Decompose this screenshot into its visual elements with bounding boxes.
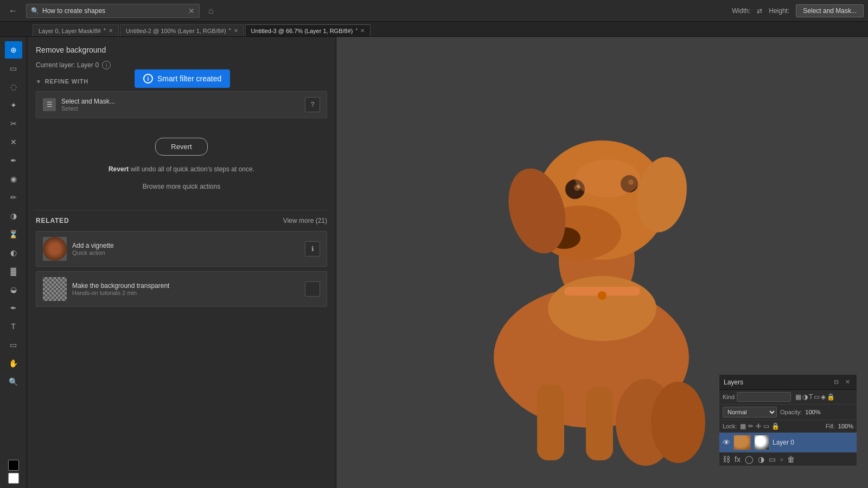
current-layer-info-icon[interactable]: i bbox=[102, 61, 111, 69]
height-label: Height: bbox=[769, 7, 789, 15]
related-card-title: Add a vignette bbox=[72, 242, 299, 249]
layers-panel-close-button[interactable]: ✕ bbox=[843, 377, 852, 387]
object-selection-tool[interactable]: ✦ bbox=[5, 97, 22, 114]
tab-close-icon[interactable]: ✕ bbox=[108, 28, 113, 34]
tab-close-icon[interactable]: ✕ bbox=[360, 28, 365, 34]
layers-panel: Layers ⊟ ✕ Kind ▦ ◑ T ▭ ◈ 🔒 Normal bbox=[719, 374, 857, 466]
lasso-tool[interactable]: ◌ bbox=[5, 78, 22, 95]
related-thumb-vignette bbox=[43, 237, 67, 261]
marquee-tool[interactable]: ▭ bbox=[5, 60, 22, 77]
panel-title: Remove background bbox=[36, 46, 327, 54]
tab-layer0[interactable]: Layer 0, Layer Mask/8# * ✕ bbox=[33, 24, 119, 36]
tab-label: Untitled-2 @ 100% (Layer 1, RGB/8#) bbox=[126, 28, 226, 34]
kind-label: Kind bbox=[723, 394, 735, 400]
related-card-vignette[interactable]: Add a vignette Quick action ℹ bbox=[36, 231, 327, 267]
refine-help-button[interactable]: ? bbox=[305, 97, 320, 112]
pen-tool[interactable]: ✒ bbox=[5, 299, 22, 317]
related-info-button[interactable]: ℹ bbox=[305, 241, 320, 256]
refine-card: ☰ Select and Mask... Select ? bbox=[36, 91, 327, 118]
clear-icon[interactable]: ✕ bbox=[188, 7, 195, 15]
new-adjustment-icon[interactable]: ◑ bbox=[758, 455, 764, 464]
layers-panel-header: Layers ⊟ ✕ bbox=[719, 375, 857, 390]
layers-panel-float-button[interactable]: ⊟ bbox=[832, 377, 841, 387]
related-card-texts-2: Make the background transparent Hands-on… bbox=[72, 282, 299, 296]
related-card-transparent[interactable]: Make the background transparent Hands-on… bbox=[36, 271, 327, 307]
search-input[interactable] bbox=[42, 7, 185, 15]
frame-tool[interactable]: ✕ bbox=[5, 133, 22, 151]
crop-tool[interactable]: ✂ bbox=[5, 115, 22, 132]
layer-filter-pixel-icon[interactable]: ▦ bbox=[795, 393, 801, 401]
layers-lock-row: Lock: ▦ ✏ ✛ ▭ 🔒 Fill: 100% bbox=[719, 420, 857, 433]
lock-label: Lock: bbox=[723, 423, 737, 429]
clone-tool[interactable]: ◑ bbox=[5, 207, 22, 224]
link-layers-icon[interactable]: ⛓ bbox=[723, 455, 730, 464]
layer-filter-type-icon[interactable]: T bbox=[809, 393, 813, 401]
lock-position-icon[interactable]: ✛ bbox=[756, 422, 761, 430]
fx-icon[interactable]: fx bbox=[735, 455, 741, 464]
layer-visibility-icon[interactable]: 👁 bbox=[723, 438, 730, 447]
eyedropper-tool[interactable]: ✒ bbox=[5, 152, 22, 169]
smart-filter-label: Smart filter created bbox=[157, 74, 221, 83]
svg-point-16 bbox=[651, 382, 705, 463]
layer-row[interactable]: 👁 Layer 0 bbox=[719, 433, 857, 452]
layer-filter-shape-icon[interactable]: ▭ bbox=[814, 393, 820, 401]
dodge-tool[interactable]: ◒ bbox=[5, 281, 22, 298]
add-mask-icon[interactable]: ◯ bbox=[745, 455, 754, 464]
main-area: ⊕ ▭ ◌ ✦ ✂ ✕ ✒ ◉ ✏ ◑ ⌛ ◐ ▓ ◒ ✒ T ▭ ✋ 🔍 i … bbox=[0, 37, 868, 488]
transparent-thumbnail-image bbox=[43, 277, 67, 301]
zoom-tool[interactable]: 🔍 bbox=[5, 373, 22, 390]
layer-thumbnail-mask bbox=[754, 435, 769, 450]
search-bar[interactable]: 🔍 ✕ bbox=[26, 4, 200, 18]
eraser-tool[interactable]: ◐ bbox=[5, 244, 22, 261]
back-button[interactable]: ← bbox=[4, 4, 22, 18]
lock-pixels-icon[interactable]: ✏ bbox=[748, 422, 754, 430]
foreground-color[interactable] bbox=[8, 460, 19, 471]
tab-modified-indicator: * bbox=[104, 28, 106, 34]
shape-tool[interactable]: ▭ bbox=[5, 336, 22, 354]
tabs-bar: Layer 0, Layer Mask/8# * ✕ Untitled-2 @ … bbox=[0, 22, 868, 37]
lock-transparency-icon[interactable]: ▦ bbox=[740, 422, 746, 430]
type-tool[interactable]: T bbox=[5, 318, 22, 335]
home-button[interactable]: ⌂ bbox=[208, 6, 214, 16]
layer-thumbnail-main bbox=[733, 435, 751, 450]
refine-card-subtitle: Select bbox=[61, 105, 299, 112]
side-panel: i Smart filter created Remove background… bbox=[27, 37, 336, 488]
spot-heal-tool[interactable]: ◉ bbox=[5, 170, 22, 188]
layers-filter-icons: ▦ ◑ T ▭ ◈ 🔒 bbox=[795, 393, 835, 401]
refine-card-icon: ☰ bbox=[43, 98, 56, 111]
lock-all-icon[interactable]: 🔒 bbox=[771, 422, 780, 430]
canvas-area[interactable]: Layers ⊟ ✕ Kind ▦ ◑ T ▭ ◈ 🔒 Normal bbox=[336, 37, 868, 488]
new-layer-icon[interactable]: ▫ bbox=[780, 455, 783, 464]
browse-quick-actions-link[interactable]: Browse more quick actions bbox=[36, 183, 327, 190]
opacity-label: Opacity: bbox=[780, 409, 802, 415]
view-more-link[interactable]: View more (21) bbox=[283, 217, 327, 224]
tab-close-icon[interactable]: ✕ bbox=[234, 28, 238, 34]
gradient-tool[interactable]: ▓ bbox=[5, 262, 22, 280]
current-layer-row: Current layer: Layer 0 i bbox=[36, 61, 327, 69]
hand-tool[interactable]: ✋ bbox=[5, 355, 22, 372]
top-bar: ← 🔍 ✕ ⌂ Width: ⇄ Height: Select and Mask… bbox=[0, 0, 868, 22]
new-group-icon[interactable]: ▭ bbox=[769, 455, 776, 464]
layer-filter-adjust-icon[interactable]: ◑ bbox=[802, 393, 808, 401]
layers-search-input[interactable] bbox=[737, 392, 791, 402]
revert-section: Revert Revert will undo all of quick act… bbox=[36, 125, 327, 199]
history-brush-tool[interactable]: ⌛ bbox=[5, 226, 22, 243]
background-color[interactable] bbox=[8, 473, 19, 484]
layer-filter-smart-icon[interactable]: ◈ bbox=[821, 393, 826, 401]
select-mask-button[interactable]: Select and Mask... bbox=[796, 4, 864, 17]
tab-untitled2[interactable]: Untitled-2 @ 100% (Layer 1, RGB/8#) * ✕ bbox=[120, 24, 244, 36]
related-card-title-2: Make the background transparent bbox=[72, 282, 299, 290]
related-card-subtitle-2: Hands-on tutorials 2 min bbox=[72, 290, 299, 296]
lock-artboard-icon[interactable]: ▭ bbox=[763, 422, 769, 430]
related-card-subtitle: Quick action bbox=[72, 249, 299, 256]
chevron-down-icon: ▼ bbox=[36, 79, 42, 85]
delete-layer-icon[interactable]: 🗑 bbox=[787, 455, 795, 464]
revert-button[interactable]: Revert bbox=[155, 138, 207, 156]
move-tool[interactable]: ⊕ bbox=[5, 41, 22, 59]
layers-blend-row: Normal Opacity: 100% bbox=[719, 404, 857, 420]
related-info-button-2[interactable] bbox=[305, 281, 320, 297]
brush-tool[interactable]: ✏ bbox=[5, 189, 22, 206]
layer-filter-lock-icon[interactable]: 🔒 bbox=[827, 393, 835, 401]
tab-untitled3[interactable]: Untitled-3 @ 66.7% (Layer 1, RGB/8#) * ✕ bbox=[245, 24, 371, 36]
blend-mode-select[interactable]: Normal bbox=[723, 407, 777, 418]
